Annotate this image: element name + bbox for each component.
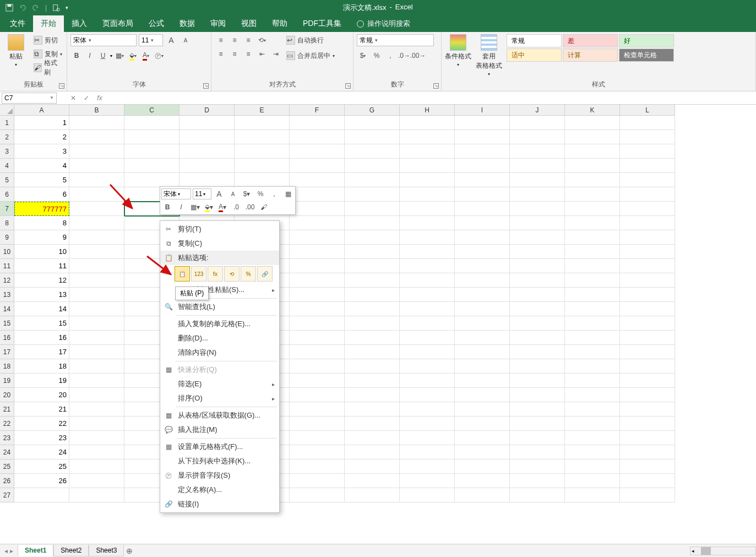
- menu-phonetic[interactable]: ㋐显示拼音字段(S): [160, 468, 279, 483]
- col-header-i[interactable]: I: [455, 105, 510, 116]
- cell[interactable]: [565, 331, 620, 345]
- col-header-b[interactable]: B: [69, 105, 124, 116]
- paste-option-transpose[interactable]: ⟲: [224, 266, 240, 282]
- cell[interactable]: [510, 417, 565, 431]
- cell[interactable]: [290, 216, 345, 230]
- cell[interactable]: 8: [14, 216, 69, 230]
- cell[interactable]: [290, 388, 345, 402]
- cell[interactable]: 25: [14, 459, 69, 474]
- cell[interactable]: [510, 359, 565, 374]
- mini-font-color[interactable]: A▾: [216, 201, 229, 213]
- row-header-16[interactable]: 16: [0, 331, 14, 345]
- mini-conditional[interactable]: ▦: [282, 188, 294, 200]
- phonetic-button[interactable]: ㋐▾: [153, 50, 165, 62]
- row-header-13[interactable]: 13: [0, 288, 14, 302]
- wrap-text-button[interactable]: ↩自动换行: [286, 34, 335, 46]
- mini-dec-decimal[interactable]: .00: [244, 201, 256, 213]
- cell[interactable]: [69, 130, 124, 144]
- cell[interactable]: 17: [14, 345, 69, 359]
- mini-bold[interactable]: B: [161, 201, 173, 213]
- cell[interactable]: [565, 230, 620, 245]
- cell[interactable]: [455, 116, 510, 130]
- cell[interactable]: [345, 259, 400, 273]
- cell[interactable]: [400, 459, 455, 474]
- cell[interactable]: [510, 474, 565, 488]
- cell[interactable]: [510, 230, 565, 245]
- accounting-button[interactable]: $▾: [357, 50, 369, 62]
- menu-smart-lookup[interactable]: 🔍智能查找(L): [160, 300, 279, 314]
- cell[interactable]: [69, 388, 124, 402]
- row-header-12[interactable]: 12: [0, 273, 14, 288]
- increase-decimal-button[interactable]: .0→: [398, 50, 410, 62]
- cell[interactable]: [345, 302, 400, 316]
- row-header-11[interactable]: 11: [0, 259, 14, 273]
- cell[interactable]: 3: [14, 144, 69, 159]
- cell[interactable]: [69, 445, 124, 459]
- cell[interactable]: [14, 488, 69, 502]
- cell[interactable]: [510, 402, 565, 417]
- col-header-d[interactable]: D: [180, 105, 235, 116]
- row-header-20[interactable]: 20: [0, 388, 14, 402]
- cell[interactable]: [400, 374, 455, 388]
- cell[interactable]: [455, 173, 510, 187]
- cell[interactable]: [455, 202, 510, 216]
- cell[interactable]: [455, 144, 510, 159]
- cell[interactable]: [620, 459, 675, 474]
- cell[interactable]: [510, 445, 565, 459]
- decrease-decimal-button[interactable]: .00→: [412, 50, 424, 62]
- cell[interactable]: [565, 116, 620, 130]
- cell[interactable]: [455, 273, 510, 288]
- cell[interactable]: [69, 474, 124, 488]
- sheet-tab-1[interactable]: Sheet1: [18, 545, 53, 556]
- cell[interactable]: [565, 159, 620, 173]
- cell[interactable]: [290, 159, 345, 173]
- cell[interactable]: [565, 316, 620, 331]
- font-size-combo[interactable]: 11▾: [139, 34, 163, 46]
- cell[interactable]: [565, 402, 620, 417]
- cell[interactable]: [565, 144, 620, 159]
- tab-insert[interactable]: 插入: [64, 15, 95, 32]
- cell[interactable]: [124, 130, 180, 144]
- cell[interactable]: [620, 359, 675, 374]
- cell[interactable]: [124, 159, 180, 173]
- mini-painter[interactable]: 🖌: [258, 201, 270, 213]
- sheet-nav-prev-icon[interactable]: ◂: [4, 547, 8, 555]
- cut-button[interactable]: ✂剪切: [34, 34, 63, 46]
- col-header-a[interactable]: A: [14, 105, 69, 116]
- cell[interactable]: [565, 202, 620, 216]
- cell[interactable]: [620, 144, 675, 159]
- increase-indent-button[interactable]: ⇥: [270, 48, 282, 60]
- cell[interactable]: 23: [14, 431, 69, 445]
- cell[interactable]: 10: [14, 245, 69, 259]
- cell[interactable]: [455, 259, 510, 273]
- cell[interactable]: [400, 359, 455, 374]
- cell[interactable]: [345, 374, 400, 388]
- cell[interactable]: [69, 488, 124, 502]
- cell[interactable]: [400, 316, 455, 331]
- cell[interactable]: [565, 130, 620, 144]
- paste-option-formulas[interactable]: fx: [208, 266, 223, 282]
- cell[interactable]: [565, 431, 620, 445]
- cell[interactable]: [345, 488, 400, 502]
- cell[interactable]: [124, 116, 180, 130]
- col-header-g[interactable]: G: [345, 105, 400, 116]
- row-header-26[interactable]: 26: [0, 474, 14, 488]
- cell[interactable]: 16: [14, 331, 69, 345]
- cell[interactable]: [69, 331, 124, 345]
- tab-data[interactable]: 数据: [172, 15, 203, 32]
- cell[interactable]: [620, 374, 675, 388]
- tab-review[interactable]: 审阅: [203, 15, 233, 32]
- cell[interactable]: 24: [14, 445, 69, 459]
- cell[interactable]: [290, 445, 345, 459]
- cell[interactable]: [400, 202, 455, 216]
- cell[interactable]: [290, 345, 345, 359]
- redo-icon[interactable]: [32, 4, 40, 12]
- cell[interactable]: [510, 431, 565, 445]
- cell[interactable]: [565, 259, 620, 273]
- cell[interactable]: [620, 173, 675, 187]
- cell[interactable]: [69, 259, 124, 273]
- row-header-17[interactable]: 17: [0, 345, 14, 359]
- cell[interactable]: 26: [14, 474, 69, 488]
- cell[interactable]: [565, 445, 620, 459]
- cell[interactable]: [69, 144, 124, 159]
